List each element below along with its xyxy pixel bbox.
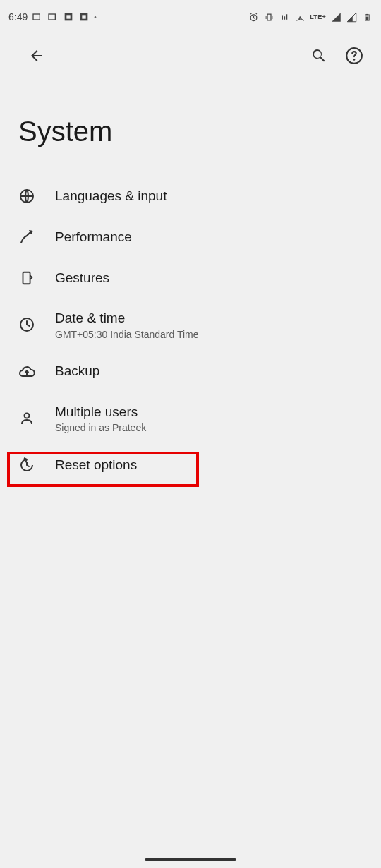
item-text: Reset options: [55, 457, 137, 474]
person-icon: [18, 410, 35, 427]
gestures-item[interactable]: Gestures: [0, 258, 381, 299]
notification-icon: [47, 11, 59, 23]
svg-point-13: [353, 59, 356, 61]
data-icon: [279, 11, 290, 23]
performance-icon: [18, 229, 35, 246]
status-left: 6:49 •: [8, 11, 97, 23]
item-title: Backup: [55, 363, 99, 380]
alarm-icon: [248, 11, 259, 23]
gestures-icon: [18, 270, 35, 287]
svg-rect-7: [267, 14, 271, 20]
battery-icon: [361, 11, 373, 23]
svg-rect-11: [365, 16, 368, 20]
svg-rect-5: [83, 15, 86, 18]
item-title: Multiple users: [55, 404, 146, 421]
status-time: 6:49: [8, 11, 28, 23]
svg-point-8: [299, 16, 301, 18]
svg-rect-10: [366, 13, 368, 14]
restore-icon: [18, 457, 35, 474]
app-bar: [0, 31, 381, 80]
performance-item[interactable]: Performance: [0, 217, 381, 258]
reset-options-item[interactable]: Reset options: [0, 445, 381, 486]
status-bar: 6:49 • LTE+: [0, 0, 381, 31]
languages-input-item[interactable]: Languages & input: [0, 176, 381, 217]
item-title: Date & time: [55, 310, 199, 327]
search-button[interactable]: [306, 43, 332, 68]
nav-handle[interactable]: [145, 858, 236, 861]
page-title: System: [0, 80, 381, 176]
item-text: Backup: [55, 363, 99, 380]
hotspot-icon: [294, 11, 306, 23]
item-title: Languages & input: [55, 188, 167, 205]
item-text: Gestures: [55, 270, 109, 287]
item-text: Performance: [55, 229, 132, 246]
notification-icon: [78, 11, 90, 23]
clock-icon: [18, 316, 35, 333]
item-text: Multiple users Signed in as Prateek: [55, 404, 146, 434]
svg-point-17: [25, 414, 30, 418]
network-type: LTE+: [310, 13, 326, 20]
back-button[interactable]: [24, 43, 49, 68]
item-title: Performance: [55, 229, 132, 246]
item-subtitle: GMT+05:30 India Standard Time: [55, 329, 199, 340]
help-button[interactable]: [341, 43, 367, 68]
status-right: LTE+: [248, 11, 373, 23]
svg-rect-3: [67, 15, 71, 18]
vibrate-icon: [263, 11, 274, 23]
svg-rect-0: [33, 14, 40, 20]
globe-icon: [18, 188, 35, 205]
item-subtitle: Signed in as Prateek: [55, 422, 146, 433]
item-text: Date & time GMT+05:30 India Standard Tim…: [55, 310, 199, 340]
date-time-item[interactable]: Date & time GMT+05:30 India Standard Tim…: [0, 299, 381, 351]
multiple-users-item[interactable]: Multiple users Signed in as Prateek: [0, 392, 381, 445]
backup-item[interactable]: Backup: [0, 351, 381, 392]
svg-rect-15: [23, 272, 30, 284]
item-text: Languages & input: [55, 188, 167, 205]
signal-icon: [330, 11, 341, 23]
cloud-upload-icon: [18, 363, 35, 380]
signal-icon: [346, 11, 357, 23]
notification-icon: [32, 11, 43, 23]
item-title: Gestures: [55, 270, 109, 287]
svg-rect-1: [49, 14, 55, 20]
item-title: Reset options: [55, 457, 137, 474]
more-icon: •: [94, 13, 97, 21]
notification-icon: [63, 11, 74, 23]
